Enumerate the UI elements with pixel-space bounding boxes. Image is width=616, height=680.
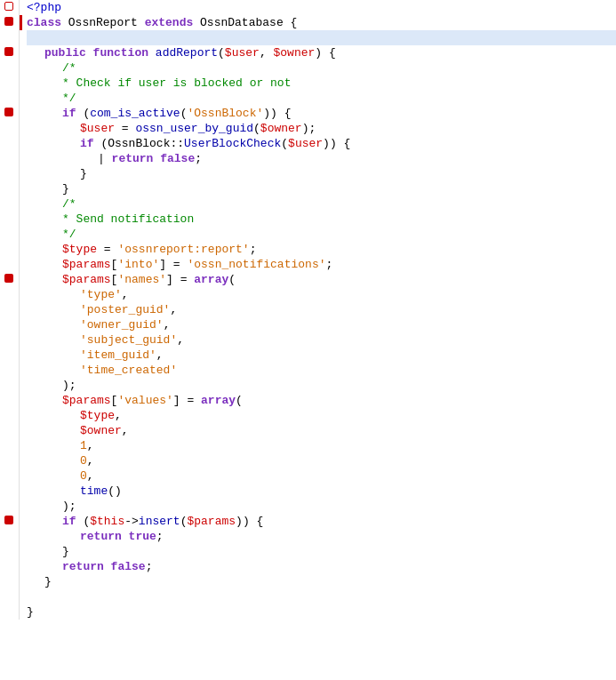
- line-30: 1,: [27, 438, 616, 453]
- line-35-p1: (: [83, 514, 90, 529]
- gutter-mark-19[interactable]: [2, 272, 16, 284]
- line-26-text: );: [62, 378, 76, 393]
- line-19-b2: ] =: [166, 272, 194, 287]
- line-8: if (com_is_active('OssnBlock')) {: [27, 106, 616, 121]
- line-19-key: 'names': [117, 272, 166, 287]
- line-2-marker: [20, 15, 22, 30]
- line-22: 'owner_guid',: [27, 317, 616, 332]
- line-8-p2: )) {: [263, 106, 291, 121]
- line-21: 'poster_guid',: [27, 302, 616, 317]
- line-36-true: true: [129, 529, 156, 544]
- line-1: <?php: [27, 0, 616, 15]
- line-20: 'type',: [27, 287, 616, 302]
- line-11: | return false;: [27, 151, 616, 166]
- line-33-func: time: [80, 484, 108, 499]
- gutter-mark-2[interactable]: [2, 15, 16, 28]
- line-32: 0,: [27, 468, 616, 484]
- line-27-var: $params: [62, 393, 111, 408]
- line-18-bracket2: ] =: [159, 257, 187, 272]
- line-36-return: return: [80, 529, 129, 544]
- line-16: */: [27, 227, 616, 242]
- line-29-comma: ,: [122, 423, 129, 438]
- line-2: class OssnReport extends OssnDatabase {: [27, 15, 616, 30]
- line-17: $type = 'ossnreport:report';: [27, 242, 616, 257]
- breakpoint-red-4: [4, 47, 13, 56]
- breakpoint-red-19: [4, 274, 13, 283]
- line-38-return: return: [62, 559, 111, 574]
- line-6: * Check if user is blocked or not: [27, 76, 616, 91]
- line-18-key: 'into': [117, 257, 159, 272]
- line-5: /*: [27, 60, 616, 76]
- line-8-func: com_is_active: [90, 106, 180, 121]
- line-5-text: /*: [62, 60, 76, 76]
- line-4: public function addReport($user, $owner)…: [27, 45, 616, 60]
- line-36-semi: ;: [156, 529, 164, 544]
- line-28-var: $type: [80, 408, 115, 423]
- line-12-text: }: [80, 166, 87, 181]
- line-29-var: $owner: [80, 423, 122, 438]
- gutter-mark-35[interactable]: [2, 514, 16, 526]
- line-23: 'subject_guid',: [27, 332, 616, 348]
- line-27-key: 'values': [117, 393, 172, 408]
- line-17-eq: =: [97, 242, 117, 257]
- line-35-p2: (: [180, 514, 188, 529]
- line-28-comma: ,: [115, 408, 122, 423]
- line-40-text: [27, 589, 34, 604]
- line-11-pipe: |: [98, 151, 112, 166]
- line-31-comma: ,: [87, 453, 94, 468]
- gutter-mark-4[interactable]: [2, 45, 16, 58]
- line-41-text: }: [27, 604, 34, 620]
- line-24: 'item_guid',: [27, 348, 616, 363]
- line-13: }: [27, 181, 616, 196]
- line-9-eq: =: [115, 121, 135, 136]
- line-10-method: UserBlockCheck: [184, 136, 281, 151]
- line-38: return false;: [27, 559, 616, 574]
- line-21-text: 'poster_guid': [80, 302, 170, 317]
- line-4-public: public: [44, 45, 93, 60]
- line-7: */: [27, 91, 616, 106]
- line-38-semi: ;: [146, 559, 153, 574]
- line-6-text: * Check if user is blocked or not: [62, 76, 291, 91]
- line-9: $user = ossn_user_by_guid($owner);: [27, 121, 616, 136]
- line-19-p: (: [228, 272, 236, 287]
- line-19: $params['names'] = array(: [27, 272, 616, 287]
- line-9-func: ossn_user_by_guid: [135, 121, 253, 136]
- line-9-var: $user: [80, 121, 115, 136]
- line-35-this: $this: [90, 514, 124, 529]
- gutter-mark-1[interactable]: [2, 0, 16, 12]
- line-36: return true;: [27, 529, 616, 544]
- line-18-bracket1: [: [111, 257, 118, 272]
- gutter-mark-8[interactable]: [2, 106, 16, 118]
- line-32-num: 0: [80, 468, 87, 484]
- line-23-comma: ,: [177, 332, 184, 348]
- line-31: 0,: [27, 453, 616, 468]
- line-7-text: */: [62, 91, 76, 106]
- code-area: <?php class OssnReport extends OssnDatab…: [0, 0, 616, 620]
- line-27: $params['values'] = array(: [27, 393, 616, 408]
- line-10-if: if: [80, 136, 100, 151]
- line-24-comma: ,: [156, 348, 164, 363]
- line-35-arrow: ->: [124, 514, 139, 529]
- line-41: }: [27, 604, 616, 620]
- line-1-text: <?php: [27, 0, 61, 15]
- line-27-b2: ] =: [173, 393, 201, 408]
- line-35-if: if: [62, 514, 83, 529]
- line-22-text: 'owner_guid': [80, 317, 164, 332]
- line-28: $type,: [27, 408, 616, 423]
- line-10-var: $user: [288, 136, 323, 151]
- line-8-p1: (: [180, 106, 188, 121]
- line-32-comma: ,: [87, 468, 94, 484]
- line-26: );: [27, 378, 616, 393]
- line-15-text: * Send notification: [62, 212, 194, 227]
- line-37-text: }: [62, 544, 69, 559]
- gutter: [0, 0, 20, 620]
- line-4-comma: ,: [260, 45, 274, 60]
- line-25: 'time_created': [27, 363, 616, 378]
- line-33-p: (): [108, 484, 122, 499]
- line-14: /*: [27, 196, 616, 212]
- line-17-var: $type: [62, 242, 97, 257]
- line-2-class: class: [27, 15, 68, 30]
- line-31-num: 0: [80, 453, 87, 468]
- line-18: $params['into'] = 'ossn_notifications';: [27, 257, 616, 272]
- line-27-p: (: [236, 393, 243, 408]
